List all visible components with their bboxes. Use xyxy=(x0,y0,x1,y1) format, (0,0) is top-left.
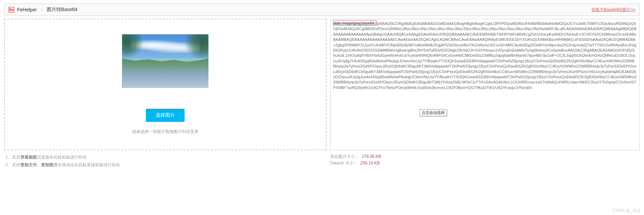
original-size-row: 原始图片大小： 179.38 KB xyxy=(330,153,640,160)
original-size-value: 179.38 KB xyxy=(362,154,381,159)
select-image-button[interactable]: 选择图片 xyxy=(146,109,185,122)
tips-section: 1、支持屏幕截图后直接在此处粘贴进行转化 2、支持复制文件、复制图片在线地址在此… xyxy=(4,154,327,169)
tip-1: 1、支持屏幕截图后直接在此处粘贴进行转化 xyxy=(6,154,327,161)
drop-hint: 或者选择一张图片拖拽图片到这里来 xyxy=(132,129,198,135)
size-info: 原始图片大小： 179.38 KB DataUri 大小： 239.19 KB xyxy=(330,153,640,167)
tip-2: 2、支持复制文件、复制图片在线地址在此处直接粘贴进行转化 xyxy=(6,161,327,169)
right-panel: data:image/jpeg;base64, 点击自动选择 原始图片大小： 1… xyxy=(330,19,640,169)
original-size-label: 原始图片大小： xyxy=(330,154,359,159)
app-name: FeHelper xyxy=(17,7,37,12)
auto-select-tooltip: 点击自动选择 xyxy=(419,109,447,116)
page-title: 图片转Base64 xyxy=(47,7,77,13)
left-panel: 选择图片 或者选择一张图片拖拽图片到这里来 1、支持屏幕截图后直接在此处粘贴进行… xyxy=(4,19,327,169)
drop-zone[interactable]: 选择图片 或者选择一张图片拖拽图片到这里来 xyxy=(4,19,327,150)
main-content: 选择图片 或者选择一张图片拖拽图片到这里来 1、支持屏幕截图后直接在此处粘贴进行… xyxy=(1,19,643,169)
datauri-size-label: DataUri 大小： xyxy=(330,161,358,165)
separator: ： xyxy=(40,7,44,13)
header-left: Fe FeHelper ： 图片转Base64 xyxy=(9,7,77,13)
switch-mode-link[interactable]: 切换为Base64转图片>> xyxy=(591,7,635,13)
base64-output[interactable] xyxy=(330,19,640,150)
datauri-size-value: 239.19 KB xyxy=(360,161,380,165)
header-bar: Fe FeHelper ： 图片转Base64 切换为Base64转图片>> xyxy=(4,3,640,16)
datauri-size-row: DataUri 大小： 239.19 KB xyxy=(330,160,640,167)
preview-image xyxy=(122,34,208,88)
app-logo: Fe xyxy=(9,7,14,12)
